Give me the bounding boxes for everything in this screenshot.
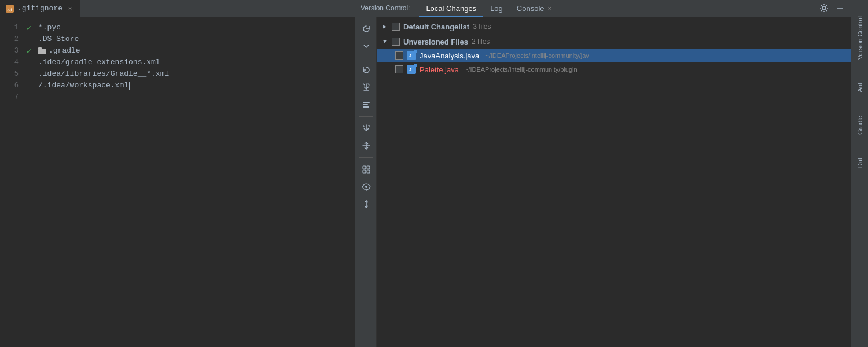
sidebar-tab-ant[interactable]: Ant [851, 71, 869, 104]
sidebar-tab-ant-label: Ant [856, 83, 863, 93]
gutter-cell-3: ✓ [23, 45, 35, 57]
text-cursor [129, 82, 130, 90]
svg-rect-2 [38, 49, 46, 54]
gutter-cell-5 [23, 68, 35, 80]
revert-button[interactable] [358, 62, 374, 78]
gutter-cell-2 [23, 34, 35, 45]
tab-log-label: Log [490, 4, 503, 13]
gitignore-file-icon: .gi [6, 5, 14, 13]
minimize-icon[interactable] [834, 2, 846, 14]
editor-tab-close[interactable]: × [66, 5, 74, 13]
unversioned-group-count: 2 files [472, 38, 490, 46]
editor-tab-filename: .gitignore [17, 4, 62, 13]
check-icon-1: ✓ [27, 23, 31, 33]
default-changelist-name: Default Changelist [403, 23, 469, 31]
tree-group-header-unversioned[interactable]: ▼ Unversioned Files 2 files [377, 35, 851, 49]
refresh-button[interactable] [358, 21, 374, 37]
svg-rect-12 [363, 106, 369, 108]
sidebar-tab-gradle-label: Gradle [856, 116, 863, 135]
tab-console-label: Console [517, 4, 545, 13]
svg-text:J: J [409, 68, 411, 72]
code-area: *.pyc .DS_Store .gradle .idea/gradle_ext… [35, 17, 355, 347]
gutter-cell-1: ✓ [23, 22, 35, 34]
expand-button[interactable] [358, 38, 374, 54]
tab-console[interactable]: Console × [510, 0, 558, 17]
shelve-button[interactable] [358, 79, 374, 95]
svg-rect-18 [363, 170, 366, 173]
settings-icon[interactable] [818, 2, 830, 14]
update-button[interactable] [358, 120, 374, 136]
vc-panel: Version Control: Local Changes Log Conso… [356, 0, 851, 347]
code-text-2: .DS_Store [38, 34, 79, 45]
svg-rect-10 [363, 102, 370, 103]
tree-group-unversioned: ▼ Unversioned Files 2 files J JavaAnalys… [377, 35, 851, 76]
gutter: ✓ ✓ [23, 17, 35, 347]
java-file-icon-palette: J [407, 65, 416, 74]
vc-header: Version Control: Local Changes Log Conso… [356, 0, 851, 17]
editor-tab-gitignore[interactable]: .gi .gitignore × [0, 0, 80, 17]
code-text-6: /.idea/workspace.xml [38, 80, 128, 91]
svg-rect-19 [367, 170, 370, 173]
toolbar-sep-3 [359, 157, 373, 158]
editor-content: 1 2 3 4 5 6 7 ✓ ✓ *.pyc [0, 17, 355, 347]
unversioned-group-name: Unversioned Files [403, 38, 468, 46]
tree-arrow-default: ▶ [381, 23, 388, 30]
tab-log[interactable]: Log [483, 0, 510, 17]
toolbar-sep-1 [359, 58, 373, 58]
javaanalysis-filepath: ~/IDEAProjects/intellij-community/jav [485, 52, 589, 59]
code-line-4: .idea/gradle_extensions.xml [35, 57, 355, 68]
tab-console-close[interactable]: × [548, 5, 551, 12]
code-text-3: .gradle [49, 45, 80, 57]
code-text-4: .idea/gradle_extensions.xml [38, 57, 160, 68]
svg-rect-16 [363, 166, 366, 169]
javaanalysis-filename: JavaAnalysis.java [420, 51, 479, 60]
layout-button[interactable] [358, 161, 374, 178]
editor-tab-bar: .gi .gitignore × [0, 0, 355, 17]
vc-body: ▶ — Default Changelist 3 files ▼ Unversi… [356, 17, 851, 347]
sidebar-tab-vc-label: Version Control [856, 16, 863, 60]
editor-panel: .gi .gitignore × 1 2 3 4 5 6 7 ✓ ✓ [0, 0, 356, 347]
show-button[interactable] [358, 179, 374, 195]
vc-toolbar [356, 17, 377, 347]
sidebar-tab-gradle[interactable]: Gradle [851, 104, 869, 146]
tab-local-changes-label: Local Changes [426, 4, 476, 13]
folder-icon [38, 47, 46, 54]
code-text-1: *.pyc [38, 22, 61, 34]
tree-item-palette[interactable]: J Palette.java ~/IDEAProjects/intellij-c… [377, 62, 851, 76]
code-line-3: .gradle [35, 45, 355, 57]
default-changelist-count: 3 files [473, 23, 491, 31]
svg-point-4 [822, 6, 826, 10]
check-icon-3: ✓ [27, 46, 31, 56]
right-sidebar: Version Control Ant Gradle Dat [851, 0, 868, 347]
move-button[interactable] [358, 138, 374, 154]
svg-rect-11 [363, 104, 368, 105]
svg-point-20 [365, 186, 367, 188]
code-line-7 [35, 91, 355, 103]
tree-checkbox-default[interactable]: — [392, 23, 400, 31]
vc-panel-title: Version Control: [361, 4, 410, 12]
tree-checkbox-palette[interactable] [395, 65, 403, 73]
tab-local-changes[interactable]: Local Changes [419, 0, 483, 17]
tree-checkbox-javaanalysis[interactable] [395, 51, 403, 60]
java-file-icon-javaanalysis: J [407, 51, 416, 60]
svg-text:J: J [409, 54, 411, 58]
diff-button[interactable] [358, 97, 374, 113]
code-text-5: .idea/libraries/Gradle__*.xml [38, 68, 169, 80]
svg-rect-17 [367, 166, 370, 169]
gutter-cell-7 [23, 91, 35, 103]
line-numbers: 1 2 3 4 5 6 7 [0, 17, 23, 347]
palette-filepath: ~/IDEAProjects/intellij-community/plugin [465, 66, 578, 73]
code-line-5: .idea/libraries/Gradle__*.xml [35, 68, 355, 80]
sidebar-tab-dat[interactable]: Dat [851, 146, 869, 179]
svg-text:.gi: .gi [7, 7, 12, 12]
code-line-2: .DS_Store [35, 34, 355, 45]
sidebar-tab-version-control[interactable]: Version Control [851, 5, 869, 71]
tree-group-header-default-changelist[interactable]: ▶ — Default Changelist 3 files [377, 20, 851, 34]
tree-group-default-changelist: ▶ — Default Changelist 3 files [377, 20, 851, 34]
tree-item-javaanalysis[interactable]: J JavaAnalysis.java ~/IDEAProjects/intel… [377, 49, 851, 62]
sort-button[interactable] [358, 196, 374, 212]
svg-line-9 [368, 84, 369, 85]
tree-checkbox-unversioned[interactable] [392, 38, 400, 46]
svg-line-8 [363, 84, 365, 85]
vc-file-tree: ▶ — Default Changelist 3 files ▼ Unversi… [377, 17, 851, 347]
